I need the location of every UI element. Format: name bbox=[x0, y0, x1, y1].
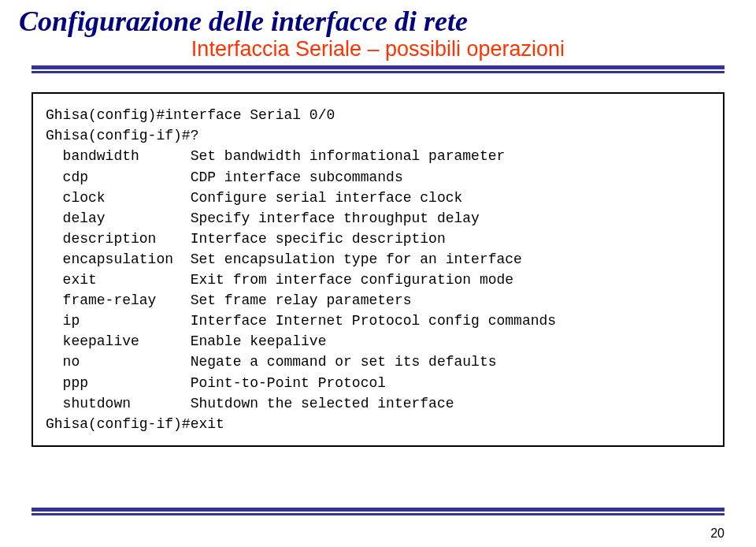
header-rule bbox=[0, 64, 756, 73]
cmd: ip bbox=[46, 313, 191, 329]
desc: CDP interface subcommands bbox=[191, 169, 403, 185]
cmd: exit bbox=[46, 272, 191, 288]
terminal-line: exit Exit from interface configuration m… bbox=[46, 270, 710, 290]
cmd: clock bbox=[46, 190, 191, 206]
desc: Set bandwidth informational parameter bbox=[191, 148, 506, 164]
terminal-line: shutdown Shutdown the selected interface bbox=[46, 393, 710, 414]
terminal-line: frame-relay Set frame relay parameters bbox=[46, 290, 710, 311]
footer-rule-bottom bbox=[32, 513, 724, 515]
desc: Interface specific description bbox=[191, 231, 446, 247]
page-number: 20 bbox=[710, 527, 724, 541]
desc: Specify interface throughput delay bbox=[191, 210, 480, 226]
terminal-line: ppp Point-to-Point Protocol bbox=[46, 373, 710, 393]
cmd: delay bbox=[46, 210, 191, 226]
header-rule-top bbox=[32, 65, 724, 69]
desc: Configure serial interface clock bbox=[191, 190, 463, 206]
cmd: bandwidth bbox=[46, 148, 191, 164]
footer-rule bbox=[32, 508, 724, 515]
terminal-line: Ghisa(config-if)#exit bbox=[46, 414, 710, 434]
cmd: cdp bbox=[46, 169, 191, 185]
desc: Set encapsulation type for an interface bbox=[191, 251, 522, 267]
terminal-line: description Interface specific descripti… bbox=[46, 229, 710, 249]
cmd: ppp bbox=[46, 375, 191, 391]
footer-rule-top bbox=[32, 508, 724, 512]
desc: Negate a command or set its defaults bbox=[191, 354, 497, 370]
terminal-line: clock Configure serial interface clock bbox=[46, 188, 710, 208]
terminal-line: bandwidth Set bandwidth informational pa… bbox=[46, 146, 710, 166]
cmd: description bbox=[46, 231, 191, 247]
terminal-line: no Negate a command or set its defaults bbox=[46, 352, 710, 372]
terminal-line: delay Specify interface throughput delay bbox=[46, 208, 710, 229]
cmd: no bbox=[46, 354, 191, 370]
terminal-line: Ghisa(config-if)#? bbox=[46, 125, 710, 146]
desc: Shutdown the selected interface bbox=[191, 396, 454, 411]
page-title: Configurazione delle interfacce di rete bbox=[0, 0, 756, 38]
terminal-line: Ghisa(config)#interface Serial 0/0 bbox=[46, 105, 710, 125]
slide: Configurazione delle interfacce di rete … bbox=[0, 0, 756, 547]
terminal-line: ip Interface Internet Protocol config co… bbox=[46, 311, 710, 331]
cmd: encapsulation bbox=[46, 251, 191, 267]
page-subtitle: Interfaccia Seriale – possibili operazio… bbox=[0, 38, 756, 65]
terminal-line: encapsulation Set encapsulation type for… bbox=[46, 249, 710, 270]
cmd: keepalive bbox=[46, 333, 191, 349]
cmd: shutdown bbox=[46, 396, 191, 411]
desc: Enable keepalive bbox=[191, 333, 327, 349]
terminal-box: Ghisa(config)#interface Serial 0/0 Ghisa… bbox=[32, 92, 724, 447]
header-rule-bottom bbox=[32, 71, 724, 73]
cmd: frame-relay bbox=[46, 292, 191, 308]
terminal-line: keepalive Enable keepalive bbox=[46, 331, 710, 352]
terminal-line: cdp CDP interface subcommands bbox=[46, 167, 710, 188]
desc: Interface Internet Protocol config comma… bbox=[191, 313, 556, 329]
desc: Exit from interface configuration mode bbox=[191, 272, 513, 288]
desc: Set frame relay parameters bbox=[191, 292, 412, 308]
desc: Point-to-Point Protocol bbox=[191, 375, 386, 391]
